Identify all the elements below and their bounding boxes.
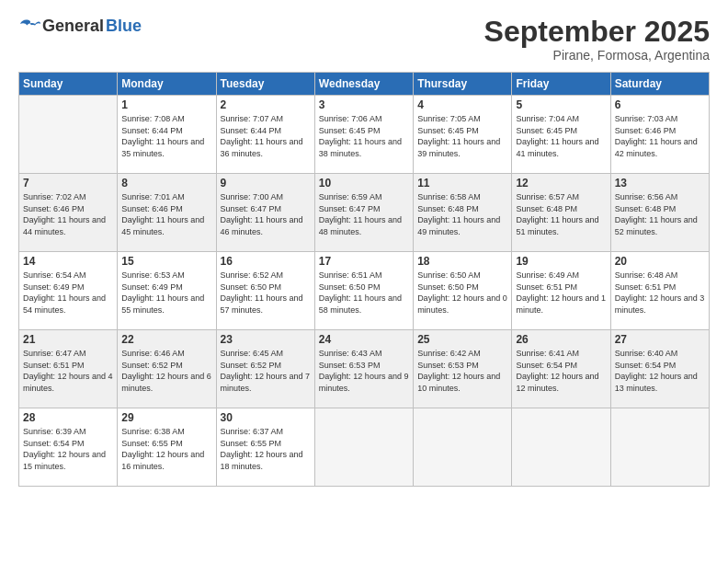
day-info: Sunrise: 6:40 AM Sunset: 6:54 PM Dayligh… — [615, 348, 705, 394]
day-info: Sunrise: 6:49 AM Sunset: 6:51 PM Dayligh… — [516, 270, 606, 316]
day-info: Sunrise: 7:08 AM Sunset: 6:44 PM Dayligh… — [121, 113, 211, 159]
calendar-day-cell — [610, 408, 709, 487]
calendar-day-cell — [19, 96, 118, 174]
logo-blue-text: Blue — [106, 17, 142, 36]
month-title: September 2025 — [484, 17, 710, 46]
subtitle: Pirane, Formosa, Argentina — [484, 48, 710, 63]
calendar-day-cell: 12Sunrise: 6:57 AM Sunset: 6:48 PM Dayli… — [512, 174, 610, 252]
day-number: 16 — [221, 255, 311, 268]
logo: GeneralBlue — [18, 17, 142, 36]
calendar-day-cell: 1Sunrise: 7:08 AM Sunset: 6:44 PM Daylig… — [118, 96, 216, 174]
day-of-week-header: Saturday — [610, 73, 709, 96]
day-number: 19 — [516, 255, 606, 268]
day-number: 9 — [221, 177, 311, 190]
calendar-day-cell: 24Sunrise: 6:43 AM Sunset: 6:53 PM Dayli… — [314, 330, 413, 408]
day-info: Sunrise: 6:42 AM Sunset: 6:53 PM Dayligh… — [417, 348, 507, 394]
logo-general-text: General — [42, 17, 104, 36]
title-section: September 2025 Pirane, Formosa, Argentin… — [484, 17, 710, 63]
day-number: 5 — [516, 98, 606, 111]
day-info: Sunrise: 6:58 AM Sunset: 6:48 PM Dayligh… — [417, 191, 507, 237]
day-info: Sunrise: 6:52 AM Sunset: 6:50 PM Dayligh… — [221, 270, 311, 316]
calendar-day-cell: 29Sunrise: 6:38 AM Sunset: 6:55 PM Dayli… — [118, 408, 216, 487]
day-info: Sunrise: 6:39 AM Sunset: 6:54 PM Dayligh… — [23, 426, 113, 472]
calendar-day-cell: 17Sunrise: 6:51 AM Sunset: 6:50 PM Dayli… — [314, 252, 413, 330]
calendar-day-cell: 23Sunrise: 6:45 AM Sunset: 6:52 PM Dayli… — [216, 330, 314, 408]
calendar-day-cell: 19Sunrise: 6:49 AM Sunset: 6:51 PM Dayli… — [512, 252, 610, 330]
calendar-day-cell: 7Sunrise: 7:02 AM Sunset: 6:46 PM Daylig… — [19, 174, 118, 252]
day-info: Sunrise: 7:03 AM Sunset: 6:46 PM Dayligh… — [615, 113, 705, 159]
calendar-day-cell: 9Sunrise: 7:00 AM Sunset: 6:47 PM Daylig… — [216, 174, 314, 252]
day-number: 18 — [417, 255, 507, 268]
day-number: 12 — [516, 177, 606, 190]
day-number: 21 — [23, 333, 113, 346]
day-info: Sunrise: 6:54 AM Sunset: 6:49 PM Dayligh… — [23, 270, 113, 316]
calendar-day-cell: 10Sunrise: 6:59 AM Sunset: 6:47 PM Dayli… — [314, 174, 413, 252]
day-number: 3 — [319, 98, 409, 111]
day-info: Sunrise: 6:56 AM Sunset: 6:48 PM Dayligh… — [615, 191, 705, 237]
day-info: Sunrise: 6:51 AM Sunset: 6:50 PM Dayligh… — [319, 270, 409, 316]
day-of-week-header: Sunday — [19, 73, 118, 96]
logo-bird-icon — [20, 18, 40, 35]
day-number: 15 — [121, 255, 211, 268]
day-number: 27 — [615, 333, 705, 346]
calendar-day-cell — [314, 408, 413, 487]
day-number: 24 — [319, 333, 409, 346]
calendar-day-cell: 16Sunrise: 6:52 AM Sunset: 6:50 PM Dayli… — [216, 252, 314, 330]
calendar-day-cell: 28Sunrise: 6:39 AM Sunset: 6:54 PM Dayli… — [19, 408, 118, 487]
day-of-week-header: Friday — [512, 73, 610, 96]
day-number: 20 — [615, 255, 705, 268]
day-info: Sunrise: 6:57 AM Sunset: 6:48 PM Dayligh… — [516, 191, 606, 237]
day-of-week-header: Monday — [118, 73, 216, 96]
calendar-week-row: 7Sunrise: 7:02 AM Sunset: 6:46 PM Daylig… — [19, 174, 710, 252]
calendar-day-cell: 2Sunrise: 7:07 AM Sunset: 6:44 PM Daylig… — [216, 96, 314, 174]
day-number: 26 — [516, 333, 606, 346]
day-number: 13 — [615, 177, 705, 190]
day-info: Sunrise: 7:06 AM Sunset: 6:45 PM Dayligh… — [319, 113, 409, 159]
day-number: 17 — [319, 255, 409, 268]
calendar-day-cell: 14Sunrise: 6:54 AM Sunset: 6:49 PM Dayli… — [19, 252, 118, 330]
day-info: Sunrise: 6:47 AM Sunset: 6:51 PM Dayligh… — [23, 348, 113, 394]
calendar-day-cell: 11Sunrise: 6:58 AM Sunset: 6:48 PM Dayli… — [414, 174, 512, 252]
calendar-day-cell: 8Sunrise: 7:01 AM Sunset: 6:46 PM Daylig… — [118, 174, 216, 252]
day-number: 22 — [121, 333, 211, 346]
calendar-header-row: SundayMondayTuesdayWednesdayThursdayFrid… — [19, 73, 710, 96]
calendar-day-cell: 26Sunrise: 6:41 AM Sunset: 6:54 PM Dayli… — [512, 330, 610, 408]
day-number: 30 — [221, 411, 311, 424]
day-info: Sunrise: 6:38 AM Sunset: 6:55 PM Dayligh… — [121, 426, 211, 472]
calendar-week-row: 21Sunrise: 6:47 AM Sunset: 6:51 PM Dayli… — [19, 330, 710, 408]
day-info: Sunrise: 7:07 AM Sunset: 6:44 PM Dayligh… — [221, 113, 311, 159]
calendar-day-cell: 18Sunrise: 6:50 AM Sunset: 6:50 PM Dayli… — [414, 252, 512, 330]
calendar-day-cell: 13Sunrise: 6:56 AM Sunset: 6:48 PM Dayli… — [610, 174, 709, 252]
page: GeneralBlue September 2025 Pirane, Formo… — [0, 0, 728, 563]
day-info: Sunrise: 6:41 AM Sunset: 6:54 PM Dayligh… — [516, 348, 606, 394]
calendar-day-cell: 4Sunrise: 7:05 AM Sunset: 6:45 PM Daylig… — [414, 96, 512, 174]
day-number: 25 — [417, 333, 507, 346]
calendar-day-cell: 15Sunrise: 6:53 AM Sunset: 6:49 PM Dayli… — [118, 252, 216, 330]
day-info: Sunrise: 6:53 AM Sunset: 6:49 PM Dayligh… — [121, 270, 211, 316]
calendar-day-cell: 21Sunrise: 6:47 AM Sunset: 6:51 PM Dayli… — [19, 330, 118, 408]
day-info: Sunrise: 7:00 AM Sunset: 6:47 PM Dayligh… — [221, 191, 311, 237]
calendar-day-cell: 5Sunrise: 7:04 AM Sunset: 6:45 PM Daylig… — [512, 96, 610, 174]
calendar-day-cell — [512, 408, 610, 487]
day-info: Sunrise: 6:46 AM Sunset: 6:52 PM Dayligh… — [121, 348, 211, 394]
day-number: 8 — [121, 177, 211, 190]
day-number: 29 — [121, 411, 211, 424]
calendar-day-cell: 20Sunrise: 6:48 AM Sunset: 6:51 PM Dayli… — [610, 252, 709, 330]
calendar-week-row: 28Sunrise: 6:39 AM Sunset: 6:54 PM Dayli… — [19, 408, 710, 487]
calendar-day-cell: 6Sunrise: 7:03 AM Sunset: 6:46 PM Daylig… — [610, 96, 709, 174]
calendar-week-row: 14Sunrise: 6:54 AM Sunset: 6:49 PM Dayli… — [19, 252, 710, 330]
day-number: 4 — [417, 98, 507, 111]
day-of-week-header: Thursday — [414, 73, 512, 96]
day-info: Sunrise: 6:48 AM Sunset: 6:51 PM Dayligh… — [615, 270, 705, 316]
calendar-day-cell: 3Sunrise: 7:06 AM Sunset: 6:45 PM Daylig… — [314, 96, 413, 174]
day-info: Sunrise: 7:02 AM Sunset: 6:46 PM Dayligh… — [23, 191, 113, 237]
day-info: Sunrise: 6:37 AM Sunset: 6:55 PM Dayligh… — [221, 426, 311, 472]
day-of-week-header: Tuesday — [216, 73, 314, 96]
day-number: 14 — [23, 255, 113, 268]
day-info: Sunrise: 7:05 AM Sunset: 6:45 PM Dayligh… — [417, 113, 507, 159]
calendar-day-cell — [414, 408, 512, 487]
day-number: 6 — [615, 98, 705, 111]
day-number: 11 — [417, 177, 507, 190]
day-number: 23 — [221, 333, 311, 346]
calendar-week-row: 1Sunrise: 7:08 AM Sunset: 6:44 PM Daylig… — [19, 96, 710, 174]
